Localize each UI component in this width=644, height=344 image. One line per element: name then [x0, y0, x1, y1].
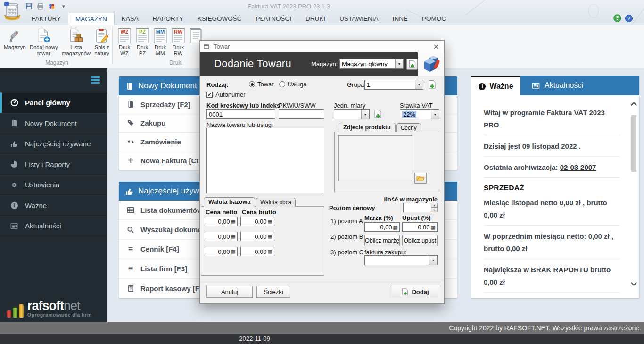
cena-netto-input-2[interactable]: 0,00▦ [204, 232, 238, 241]
cena-brutto-input-1[interactable]: 0,00▦ [240, 217, 274, 226]
chevron-down-icon[interactable]: ▼ [431, 110, 439, 119]
tab-waluta-obca[interactable]: Waluta obca [256, 198, 296, 207]
marza-input[interactable]: 0,00▦ [364, 222, 400, 232]
spin-up-icon[interactable]: ▲ [431, 203, 438, 208]
save-icon[interactable] [25, 3, 33, 10]
ribbon-magazyn-button[interactable]: Magazyn [2, 26, 28, 50]
druk-pz-icon: PZ [135, 27, 149, 44]
add-magazyn-button[interactable] [406, 59, 418, 70]
quick-access-caret-icon[interactable]: ▾ [62, 3, 65, 9]
help-icon[interactable]: ? [625, 15, 633, 22]
ribbon-druk-wz-button[interactable]: WZ Druk WZ [116, 26, 133, 57]
kod-input[interactable] [206, 109, 275, 119]
tab-aktualnosci[interactable]: Aktualności [520, 76, 639, 95]
radio-towar[interactable]: Towar [249, 81, 274, 88]
app-logo-icon[interactable] [3, 1, 22, 21]
menu-ustawienia[interactable]: USTAWIENIA [332, 13, 386, 25]
sidebar-item-panel-glowny[interactable]: Panel główny [0, 92, 107, 113]
druk-mm-icon: MM [153, 27, 167, 44]
scroll-up-icon[interactable] [631, 102, 637, 108]
ribbon-druk-rw-button[interactable]: RW Druk RW [169, 26, 187, 57]
sciezki-button[interactable]: Ścieżki [256, 286, 290, 298]
addons-icon[interactable] [48, 3, 55, 10]
oblicz-marze-button[interactable]: Oblicz marżę [364, 235, 400, 246]
calculator-icon[interactable]: ▦ [431, 225, 436, 230]
menu-kasa[interactable]: KASA [115, 13, 146, 25]
rodzaj-label: Rodzaj: [206, 81, 229, 88]
menu-faktury[interactable]: FAKTURY [25, 13, 68, 25]
ribbon-lista-magazynow-button[interactable]: Lista magazynów [60, 26, 92, 57]
anuluj-button[interactable]: Anuluj [206, 286, 253, 298]
ilosc-spinner[interactable]: ▲▼ [403, 203, 438, 212]
menu-pomoc[interactable]: POMOC [415, 13, 453, 25]
calculator-icon[interactable]: ▦ [268, 249, 272, 254]
grupa-select[interactable]: 1 ▼ [364, 80, 423, 90]
calculator-icon[interactable]: ▦ [268, 234, 272, 239]
chevron-down-icon[interactable]: ▼ [395, 59, 403, 68]
sidebar-item-wazne[interactable]: i Ważne [0, 195, 107, 216]
tab-zdjecie-produktu[interactable]: Zdjecie produktu [339, 123, 396, 132]
sidebar-item-aktualnosci[interactable]: Aktualności [0, 216, 107, 236]
close-icon[interactable]: × [431, 42, 440, 51]
browse-image-button[interactable] [414, 173, 427, 184]
menu-platnosci[interactable]: PŁATNOŚCI [249, 13, 299, 25]
tab-wazne[interactable]: i Ważne [471, 76, 520, 95]
chevron-down-icon[interactable]: ▼ [415, 80, 423, 89]
add-jedn-miary-button[interactable] [372, 109, 383, 119]
kod-label: Kod kreskowy lub indeks [206, 102, 280, 109]
right-panel-scrollbar[interactable] [631, 103, 637, 285]
tab-waluta-bazowa[interactable]: Waluta bazowa [204, 197, 255, 207]
ribbon-druk-mm-button[interactable]: MM Druk MM [151, 26, 169, 57]
add-grupa-button[interactable] [427, 79, 437, 90]
chevron-down-icon[interactable]: ▼ [429, 256, 437, 265]
calculator-icon[interactable]: ▦ [268, 219, 272, 224]
menu-inne[interactable]: INNE [386, 13, 415, 25]
ribbon-dodaj-nowy-towar-button[interactable]: Dodaj nowy towar [28, 26, 60, 57]
cena-brutto-input-3[interactable]: 0,00▦ [240, 247, 274, 256]
druk-rw-icon: RW [171, 27, 185, 44]
print-icon[interactable] [37, 3, 44, 10]
status-date: 2022-11-09 [0, 334, 509, 344]
ribbon-druk-pz-button[interactable]: PZ Druk PZ [133, 26, 151, 57]
menu-magazyn[interactable]: MAGAZYN [68, 13, 115, 25]
menu-raporty[interactable]: RAPORTY [146, 13, 190, 25]
sidebar-item-nowy-dokument[interactable]: Nowy Dokument [0, 113, 107, 134]
ilosc-input[interactable] [403, 203, 431, 212]
radio-usluga[interactable]: Usługa [279, 81, 306, 88]
sidebar-item-najczesciej-uzywane[interactable]: Najczęściej używane [0, 134, 107, 154]
upust-input[interactable]: 0,00▦ [402, 222, 438, 232]
sidebar-item-listy-i-raporty[interactable]: Listy i Raporty [0, 154, 107, 175]
menu-ksiegowosc[interactable]: KSIĘGOWOŚĆ [190, 13, 249, 25]
menu-druki[interactable]: DRUKI [298, 13, 332, 25]
scrollbar-thumb[interactable] [631, 115, 636, 172]
ribbon-spis-z-natury-button[interactable]: Spis z natury [92, 26, 111, 57]
faktura-zakupu-select[interactable]: ▼ [364, 255, 438, 265]
jedn-miary-select[interactable]: ▼ [334, 109, 370, 119]
grupa-label: Grupa: [347, 81, 366, 88]
connection-icon[interactable] [613, 14, 621, 22]
oblicz-upust-button[interactable]: Oblicz upust [402, 235, 438, 246]
calculator-icon[interactable]: ▦ [231, 234, 236, 239]
archive-date-link[interactable]: 02-03-2007 [560, 163, 596, 171]
calculator-icon[interactable]: ▦ [393, 225, 398, 230]
nazwa-textarea[interactable] [206, 128, 324, 193]
stawka-vat-select[interactable]: 22% ▼ [400, 109, 439, 119]
cena-brutto-input-2[interactable]: 0,00▦ [240, 232, 274, 241]
sidebar-item-ustawienia[interactable]: Ustawienia [0, 175, 107, 195]
cena-netto-input-3[interactable]: 0,00▦ [204, 247, 238, 256]
scroll-down-icon[interactable] [631, 280, 637, 286]
dialog-titlebar[interactable]: Towar × [200, 41, 444, 52]
calculator-icon[interactable]: ▦ [231, 219, 236, 224]
poziom-a-label: 1) poziom A [330, 218, 363, 225]
magazyn-select[interactable]: Magazyn główny ▼ [339, 59, 404, 69]
hamburger-menu-icon[interactable] [91, 76, 100, 84]
spin-down-icon[interactable]: ▼ [431, 208, 438, 212]
pkwiu-input[interactable] [279, 109, 324, 119]
autonumer-checkbox[interactable]: ✓ Autonumer [206, 91, 246, 98]
dodaj-button[interactable]: Dodaj [392, 285, 438, 298]
tab-cechy[interactable]: Cechy [396, 123, 421, 132]
calculator-icon[interactable]: ▦ [231, 249, 236, 254]
sort-icon: ▼▲ [126, 140, 135, 144]
cena-netto-input-1[interactable]: 0,00▦ [204, 217, 238, 226]
chevron-down-icon[interactable]: ▼ [361, 110, 369, 119]
